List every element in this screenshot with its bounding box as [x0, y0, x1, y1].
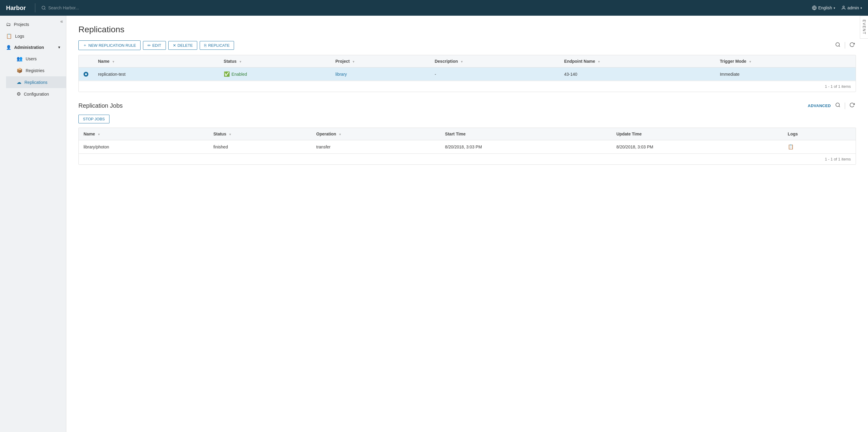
svg-line-1	[44, 9, 45, 10]
top-nav-right: English ▾ admin ▾	[812, 5, 862, 10]
sidebar-item-users[interactable]: 👥 Users	[6, 53, 66, 65]
jobs-pagination: 1 - 1 of 1 items	[79, 154, 856, 164]
endpoint-sort-icon: ▼	[597, 60, 600, 63]
replication-project-cell: library	[331, 68, 430, 81]
row-select[interactable]	[79, 68, 93, 81]
table-row[interactable]: replication-test ✅ Enabled library - 43-…	[79, 68, 856, 81]
status-sort-icon: ▼	[239, 60, 242, 63]
edit-button[interactable]: ✏ EDIT	[143, 41, 166, 50]
description-sort-icon: ▼	[460, 60, 463, 63]
search-icon	[41, 5, 46, 10]
table-row[interactable]: library/photon finished transfer 8/20/20…	[79, 140, 856, 154]
user-chevron-icon: ▾	[861, 6, 862, 10]
trigger-column-header[interactable]: Trigger Mode ▼	[715, 55, 856, 68]
replications-search-button[interactable]	[834, 41, 842, 50]
sidebar-collapse-button[interactable]: «	[60, 19, 63, 24]
app-logo: Harbor	[6, 4, 26, 11]
advanced-link[interactable]: ADVANCED	[808, 103, 831, 108]
replications-refresh-button[interactable]	[848, 41, 856, 50]
stop-jobs-button[interactable]: STOP JOBS	[79, 115, 110, 123]
search-input[interactable]	[48, 5, 222, 10]
delete-icon: ✕	[173, 43, 176, 48]
replication-jobs-toolbar-right: ADVANCED	[808, 101, 856, 111]
status-column-header[interactable]: Status ▼	[219, 55, 331, 68]
user-menu[interactable]: admin ▾	[841, 5, 862, 10]
sidebar-section-administration[interactable]: 👤 Administration ▾	[0, 42, 66, 53]
svg-line-8	[839, 106, 840, 107]
sidebar-item-logs[interactable]: 📋 Logs	[0, 30, 66, 42]
refresh-icon	[849, 42, 855, 48]
job-update-time-cell: 8/20/2018, 3:03 PM	[612, 140, 783, 154]
name-column-header[interactable]: Name ▼	[93, 55, 219, 68]
replication-endpoint-cell: 43-140	[559, 68, 715, 81]
svg-line-6	[839, 45, 840, 47]
plus-icon: ＋	[83, 42, 87, 48]
job-status-column-header[interactable]: Status ▼	[208, 128, 311, 140]
replications-table-header: Name ▼ Status ▼ Project ▼ Description	[79, 55, 856, 68]
project-column-header[interactable]: Project ▼	[331, 55, 430, 68]
endpoint-column-header[interactable]: Endpoint Name ▼	[559, 55, 715, 68]
replicate-button[interactable]: ⎘ REPLICATE	[200, 41, 234, 50]
check-circle-icon: ✅	[224, 71, 230, 77]
job-logs-cell: 📋	[783, 140, 856, 154]
logs-clipboard-icon[interactable]: 📋	[788, 144, 794, 149]
description-column-header[interactable]: Description ▼	[430, 55, 559, 68]
search-icon-replications	[835, 42, 841, 48]
svg-point-4	[843, 6, 844, 7]
job-operation-column-header[interactable]: Operation ▼	[312, 128, 440, 140]
sidebar-item-registries[interactable]: 📦 Registries	[6, 65, 66, 76]
page-title: Replications	[79, 25, 856, 34]
language-selector[interactable]: English ▾	[812, 5, 835, 10]
job-status-sort-icon: ▼	[228, 133, 231, 136]
replication-name-cell: replication-test	[93, 68, 219, 81]
replication-status-cell: ✅ Enabled	[219, 68, 331, 81]
svg-point-0	[42, 6, 45, 9]
sidebar-item-registries-label: Registries	[26, 68, 44, 73]
administration-subitems: 👥 Users 📦 Registries ☁ Replications ⚙ Co…	[0, 53, 66, 100]
jobs-refresh-button[interactable]	[848, 101, 856, 111]
name-sort-icon: ▼	[112, 60, 115, 63]
sidebar-item-projects[interactable]: 🗂 Projects	[0, 19, 66, 30]
sidebar-section-administration-label: Administration	[14, 45, 44, 50]
job-operation-sort-icon: ▼	[339, 133, 342, 136]
status-label: Enabled	[231, 72, 247, 76]
sidebar-item-replications-label: Replications	[25, 80, 48, 85]
replications-table-container: Name ▼ Status ▼ Project ▼ Description	[79, 55, 856, 92]
select-all-header	[79, 55, 93, 68]
job-operation-cell: transfer	[312, 140, 440, 154]
radio-selected-icon	[84, 72, 88, 76]
replication-description-cell: -	[430, 68, 559, 81]
logs-icon-sidebar: 📋	[6, 33, 12, 39]
replications-pagination: 1 - 1 of 1 items	[79, 81, 856, 92]
edit-icon: ✏	[148, 43, 151, 48]
replication-trigger-cell: Immediate	[715, 68, 856, 81]
job-logs-column-header: Logs	[783, 128, 856, 140]
jobs-refresh-icon	[849, 102, 855, 108]
job-name-column-header[interactable]: Name ▼	[79, 128, 208, 140]
job-status-cell: finished	[208, 140, 311, 154]
search-bar[interactable]	[41, 5, 222, 10]
administration-chevron-icon: ▾	[58, 45, 60, 50]
project-sort-icon: ▼	[352, 60, 355, 63]
replications-icon: ☁	[17, 79, 22, 85]
jobs-search-button[interactable]	[834, 101, 842, 111]
sidebar-item-replications[interactable]: ☁ Replications	[6, 76, 66, 88]
main-content: Replications ＋ NEW REPLICATION RULE ✏ ED…	[66, 16, 868, 432]
event-tab[interactable]: EVENT	[860, 16, 868, 39]
sidebar-item-users-label: Users	[26, 56, 37, 61]
projects-icon: 🗂	[6, 22, 11, 27]
sidebar: « 🗂 Projects 📋 Logs 👤 Administration ▾ 👥…	[0, 16, 66, 432]
user-icon	[841, 5, 846, 10]
new-replication-rule-button[interactable]: ＋ NEW REPLICATION RULE	[79, 40, 141, 50]
globe-icon	[812, 5, 817, 10]
sidebar-item-projects-label: Projects	[14, 22, 29, 27]
replications-table: Name ▼ Status ▼ Project ▼ Description	[79, 55, 856, 81]
delete-button[interactable]: ✕ DELETE	[168, 41, 197, 50]
trigger-sort-icon: ▼	[749, 60, 752, 63]
job-update-time-column-header[interactable]: Update Time	[612, 128, 783, 140]
project-link[interactable]: library	[335, 72, 347, 76]
sidebar-item-configuration[interactable]: ⚙ Configuration	[6, 88, 66, 100]
nav-divider	[35, 3, 35, 12]
jobs-toolbar-divider	[845, 102, 845, 109]
job-start-time-column-header[interactable]: Start Time	[440, 128, 612, 140]
